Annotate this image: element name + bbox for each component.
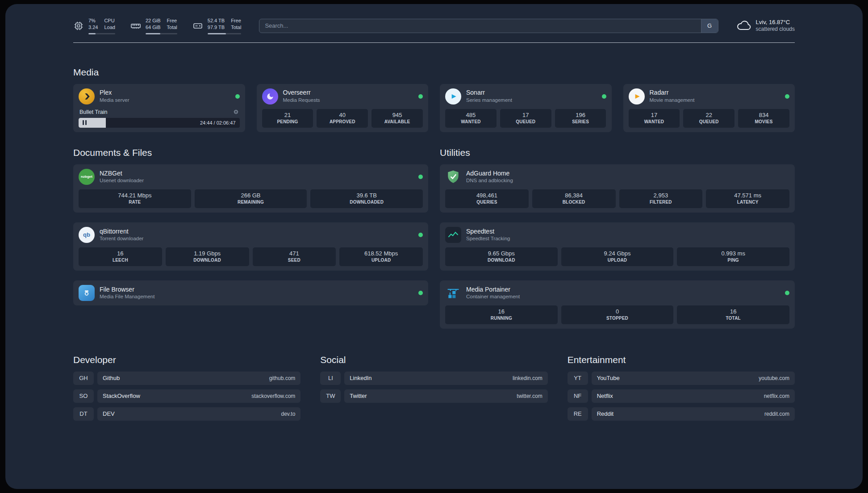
cpu-progressbar — [88, 33, 115, 34]
service-desc: Torrent downloader — [100, 235, 413, 242]
stat-running: 16 RUNNING — [445, 305, 558, 324]
topbar-divider — [73, 42, 795, 43]
weather-widget: Lviv, 16.87°C scattered clouds — [736, 19, 795, 33]
gear-icon[interactable] — [233, 109, 239, 115]
bookmark-name: DEV — [103, 410, 115, 417]
service-desc: Usenet downloader — [100, 177, 413, 184]
stat-wanted: 17 WANTED — [629, 109, 680, 128]
bookmark-name: Twitter — [350, 393, 367, 399]
bookmark-abbr: NF — [568, 389, 588, 403]
bookmark-url: youtube.com — [759, 375, 789, 381]
qbittorrent-icon: qb — [79, 227, 95, 243]
plex-icon — [79, 88, 95, 104]
service-name: NZBGet — [100, 170, 413, 178]
service-name: File Browser — [100, 286, 413, 294]
section-utilities: Utilities — [440, 147, 795, 329]
stat-queries: 498,461 QUERIES — [445, 189, 529, 208]
service-card-radarr[interactable]: Radarr Movie management 17 WANTED 22 QUE… — [623, 84, 795, 132]
bookmark-name: Github — [103, 375, 120, 381]
service-card-filebrowser[interactable]: File Browser Media File Management — [73, 280, 428, 305]
stat-pending: 21 PENDING — [262, 109, 313, 128]
service-desc: Movie management — [650, 97, 780, 104]
service-card-adguard[interactable]: AdGuard Home DNS and adblocking 498,461 … — [440, 164, 795, 213]
service-card-nzbget[interactable]: nzbget NZBGet Usenet downloader 744.21 M… — [73, 164, 428, 213]
stat-latency: 47.571 ms LATENCY — [706, 189, 789, 208]
bookmark-dev[interactable]: DT DEV dev.to — [73, 407, 300, 421]
service-desc: Media File Management — [100, 293, 413, 300]
service-card-qbittorrent[interactable]: qb qBittorrent Torrent downloader 16 — [73, 222, 428, 271]
stat-stopped: 0 STOPPED — [561, 305, 674, 324]
disk-total-label: Total — [231, 24, 241, 31]
status-dot — [418, 175, 423, 179]
stat-downloaded: 39.6 TB DOWNLOADED — [310, 189, 423, 208]
stat-download: 1.19 Gbps DOWNLOAD — [166, 247, 249, 266]
disk-free-value: 52.4 TB — [208, 17, 225, 24]
stat-queued: 22 QUEUED — [683, 109, 734, 128]
bookmark-github[interactable]: GH Github github.com — [73, 372, 300, 385]
searchbar: G — [259, 19, 718, 33]
status-dot — [602, 94, 606, 99]
bookmark-reddit[interactable]: RE Reddit reddit.com — [568, 407, 795, 421]
topbar: 7% 3.24 CPU Load — [73, 17, 795, 34]
section-title-utilities: Utilities — [440, 147, 795, 158]
memory-progress-fill — [146, 33, 160, 34]
bookmark-name: LinkedIn — [350, 375, 371, 381]
stat-seed: 471 SEED — [253, 247, 336, 266]
bookmark-abbr: YT — [568, 372, 588, 385]
service-name: Radarr — [650, 89, 780, 97]
service-name: Sonarr — [466, 89, 597, 97]
now-playing-title: Bullet Train — [79, 109, 108, 115]
section-media: Media Plex Media server — [73, 67, 795, 132]
status-dot — [235, 94, 240, 99]
cpu-load-label: Load — [104, 24, 115, 31]
adguard-icon — [445, 169, 461, 185]
radarr-icon — [629, 88, 645, 104]
filebrowser-icon — [79, 285, 95, 301]
service-desc: Series management — [466, 97, 597, 104]
bookmark-url: netflix.com — [764, 393, 789, 399]
search-input[interactable] — [259, 19, 718, 33]
service-card-plex[interactable]: Plex Media server Bullet Train — [73, 84, 245, 132]
bookmark-url: twitter.com — [517, 393, 542, 399]
memory-total-label: Total — [167, 24, 177, 31]
stat-download: 9.65 Gbps DOWNLOAD — [445, 247, 558, 266]
service-card-sonarr[interactable]: Sonarr Series management 485 WANTED 17 Q… — [440, 84, 612, 132]
stat-upload: 618.52 Mbps UPLOAD — [339, 247, 423, 266]
search-engine-button[interactable]: G — [701, 19, 718, 33]
bookmark-group-social: Social LI LinkedIn linkedin.com TW Twitt… — [320, 355, 547, 407]
cpu-icon — [73, 21, 84, 31]
service-card-speedtest[interactable]: Speedtest Speedtest Tracking 9.65 Gbps D… — [440, 222, 795, 271]
service-name: Plex — [100, 89, 230, 97]
status-dot — [418, 233, 423, 237]
bookmark-name: Reddit — [597, 410, 614, 417]
stat-wanted: 485 WANTED — [445, 109, 497, 128]
stat-movies: 834 MOVIES — [738, 109, 789, 128]
stat-filtered: 2,953 FILTERED — [619, 189, 703, 208]
bookmark-abbr: SO — [73, 389, 94, 403]
weather-location: Lviv, 16.87°C — [756, 19, 795, 26]
service-card-overseerr[interactable]: Overseerr Media Requests 21 PENDING 40 A… — [257, 84, 429, 132]
nzbget-icon: nzbget — [79, 169, 95, 185]
service-desc: DNS and adblocking — [466, 177, 789, 184]
service-desc: Media Requests — [283, 97, 414, 104]
service-desc: Speedtest Tracking — [466, 235, 789, 242]
bookmark-twitter[interactable]: TW Twitter twitter.com — [320, 389, 547, 403]
cpu-widget: 7% 3.24 CPU Load — [73, 17, 115, 34]
bookmark-stackoverflow[interactable]: SO StackOverflow stackoverflow.com — [73, 389, 300, 403]
dashboard-app: 7% 3.24 CPU Load — [5, 4, 863, 489]
pause-icon[interactable] — [83, 120, 87, 125]
stat-queued: 17 QUEUED — [500, 109, 551, 128]
bookmark-url: github.com — [269, 375, 296, 381]
service-name: AdGuard Home — [466, 170, 789, 178]
stat-upload: 9.24 Gbps UPLOAD — [561, 247, 674, 266]
section-documents: Documents & Files nzbget NZBGet Usenet d… — [73, 147, 428, 305]
service-card-portainer[interactable]: Media Portainer Container management 16 … — [440, 280, 795, 329]
bookmark-netflix[interactable]: NF Netflix netflix.com — [568, 389, 795, 403]
bookmark-abbr: LI — [320, 372, 341, 385]
bookmark-youtube[interactable]: YT YouTube youtube.com — [568, 372, 795, 385]
disk-free-label: Free — [231, 17, 241, 24]
bookmark-abbr: GH — [73, 372, 94, 385]
bookmark-linkedin[interactable]: LI LinkedIn linkedin.com — [320, 372, 547, 385]
section-title-documents: Documents & Files — [73, 147, 428, 158]
plex-now-playing: Bullet Train — [79, 109, 240, 128]
